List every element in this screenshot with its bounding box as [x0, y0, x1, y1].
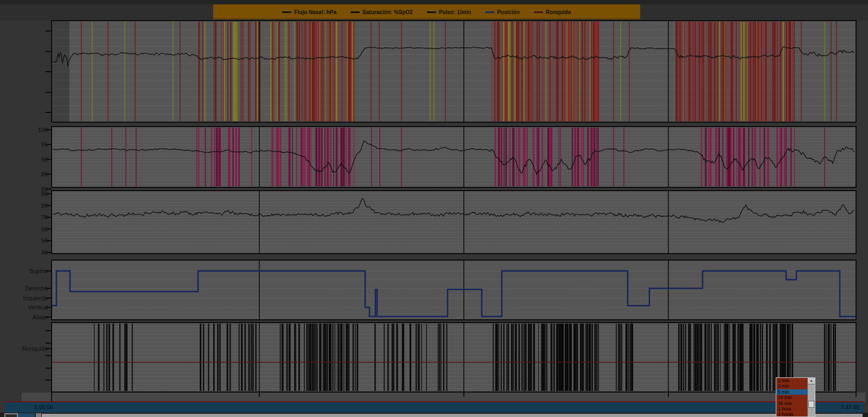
- scrollbar-left-thumb[interactable]: [36, 413, 41, 417]
- interval-option[interactable]: 3 min: [776, 383, 808, 389]
- pulse-line-swatch: [427, 11, 436, 13]
- time-range-bar: 0:00:00 7:37:00: [4, 402, 864, 413]
- legend-item-saturation: Saturación: %SpO2: [350, 9, 413, 15]
- y-axis-label: 50: [10, 237, 48, 244]
- y-axis-label: 90: [10, 191, 48, 197]
- horizontal-scrollbar[interactable]: [42, 414, 863, 417]
- chart-legend: Flujo Nasal: hPa Saturación: %SpO2 Pulso…: [213, 4, 640, 20]
- y-axis-label: Ronquido: [10, 345, 48, 352]
- dropdown-scrollbar-thumb[interactable]: [808, 401, 814, 408]
- legend-label: Ronquido: [546, 9, 571, 15]
- y-axis-label: Izquierda: [10, 295, 48, 301]
- flow-line-swatch: [282, 11, 291, 13]
- legend-item-snore: Ronquido: [534, 9, 571, 15]
- y-axis-label: 70: [10, 214, 48, 220]
- y-axis-label: 100: [10, 127, 48, 133]
- y-axis-label: 80: [10, 203, 48, 209]
- interval-option[interactable]: 4 horas: [776, 412, 808, 417]
- interval-option[interactable]: 1 hora: [776, 406, 808, 412]
- y-axis-label: 85: [10, 171, 48, 178]
- bottom-scrollbar-strip: [0, 413, 868, 417]
- saturation-line-swatch: [350, 11, 360, 13]
- interval-option[interactable]: 5 min: [776, 389, 808, 395]
- sleep-study-window: Flujo Nasal: hPa Saturación: %SpO2 Pulso…: [0, 0, 868, 417]
- signal-charts-canvas[interactable]: [0, 0, 868, 417]
- legend-label: Posición: [497, 9, 520, 15]
- legend-label: Saturación: %SpO2: [362, 9, 413, 15]
- legend-item-flow: Flujo Nasal: hPa: [282, 9, 336, 15]
- corner-button[interactable]: [4, 413, 18, 417]
- scroll-up-arrow-icon[interactable]: ▲: [808, 378, 815, 384]
- y-axis-label: Abajo: [10, 314, 48, 320]
- interval-dropdown[interactable]: 1 min 3 min 5 min 10 min 30 min 1 hora 4…: [776, 377, 815, 417]
- interval-options-list: 1 min 3 min 5 min 10 min 30 min 1 hora 4…: [776, 378, 808, 417]
- y-axis-label: 40: [10, 249, 48, 256]
- legend-label: Pulso: 1/min: [439, 9, 471, 15]
- legend-item-position: Posición: [485, 9, 520, 15]
- snore-line-swatch: [534, 11, 543, 13]
- y-axis-label: 60: [10, 226, 48, 232]
- dropdown-scrollbar[interactable]: ▲: [807, 378, 815, 416]
- y-axis-label: Vertical: [10, 304, 48, 311]
- y-axis-label: Derecha: [10, 285, 48, 292]
- end-time-label: 7:37:00: [841, 405, 859, 410]
- scrollbar-blue-segment: [18, 413, 35, 417]
- interval-option[interactable]: 30 min: [776, 401, 808, 406]
- start-time-label: 0:00:00: [34, 405, 53, 410]
- legend-label: Flujo Nasal: hPa: [294, 9, 336, 15]
- legend-item-pulse: Pulso: 1/min: [427, 9, 471, 15]
- position-line-swatch: [485, 11, 494, 13]
- interval-option[interactable]: 10 min: [776, 395, 808, 400]
- interval-option[interactable]: 1 min: [776, 378, 808, 383]
- y-axis-label: Supino: [10, 268, 48, 274]
- y-axis-label: 95: [10, 141, 48, 148]
- y-axis-label: 90: [10, 156, 48, 163]
